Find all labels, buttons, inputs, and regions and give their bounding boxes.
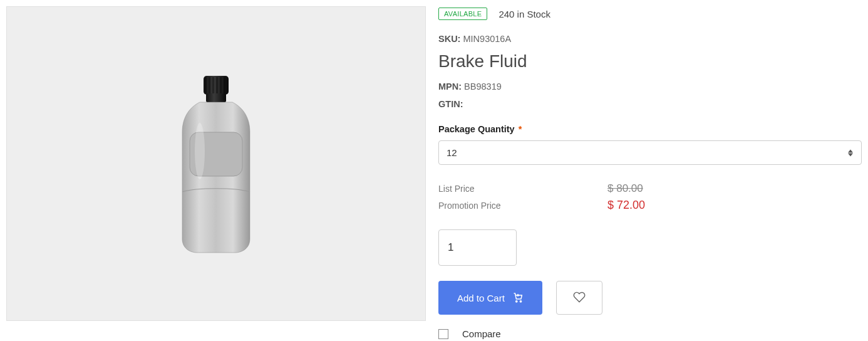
svg-rect-3	[212, 77, 214, 93]
sku-value: MIN93016A	[463, 34, 511, 44]
quantity-input[interactable]	[438, 229, 517, 266]
required-indicator: *	[519, 124, 522, 134]
promotion-price-value: $ 72.00	[607, 199, 645, 212]
add-to-cart-button[interactable]: Add to Cart	[438, 281, 542, 315]
compare-checkbox[interactable]	[438, 329, 448, 339]
heart-icon	[573, 291, 586, 305]
stock-count: 240 in Stock	[499, 9, 550, 19]
gtin-label: GTIN:	[438, 99, 463, 109]
svg-rect-2	[209, 77, 210, 93]
product-title: Brake Fluid	[438, 51, 862, 71]
compare-label: Compare	[462, 328, 501, 339]
wishlist-button[interactable]	[556, 281, 602, 315]
list-price-value: $ 80.00	[607, 182, 643, 195]
cart-icon	[512, 291, 524, 305]
svg-rect-5	[220, 77, 222, 93]
svg-point-9	[195, 123, 205, 179]
list-price-label: List Price	[438, 184, 607, 194]
availability-badge: AVAILABLE	[438, 8, 487, 20]
gtin-line: GTIN:	[438, 99, 862, 109]
sku-label: SKU:	[438, 34, 460, 44]
svg-rect-7	[206, 93, 226, 102]
svg-rect-6	[224, 77, 225, 93]
svg-rect-1	[205, 77, 207, 93]
promotion-price-label: Promotion Price	[438, 201, 607, 211]
mpn-label: MPN:	[438, 81, 462, 92]
mpn-value: BB98319	[464, 81, 502, 92]
package-quantity-label-text: Package Quantity	[438, 124, 515, 134]
product-image[interactable]	[6, 6, 426, 321]
svg-rect-4	[216, 77, 218, 93]
package-quantity-select[interactable]: 12	[438, 140, 862, 165]
product-bottle-graphic	[160, 70, 272, 258]
svg-point-11	[520, 300, 521, 302]
mpn-line: MPN: BB98319	[438, 81, 862, 92]
svg-point-10	[516, 300, 517, 302]
package-quantity-label: Package Quantity *	[438, 124, 862, 134]
add-to-cart-label: Add to Cart	[457, 293, 505, 303]
sku-line: SKU: MIN93016A	[438, 34, 862, 44]
